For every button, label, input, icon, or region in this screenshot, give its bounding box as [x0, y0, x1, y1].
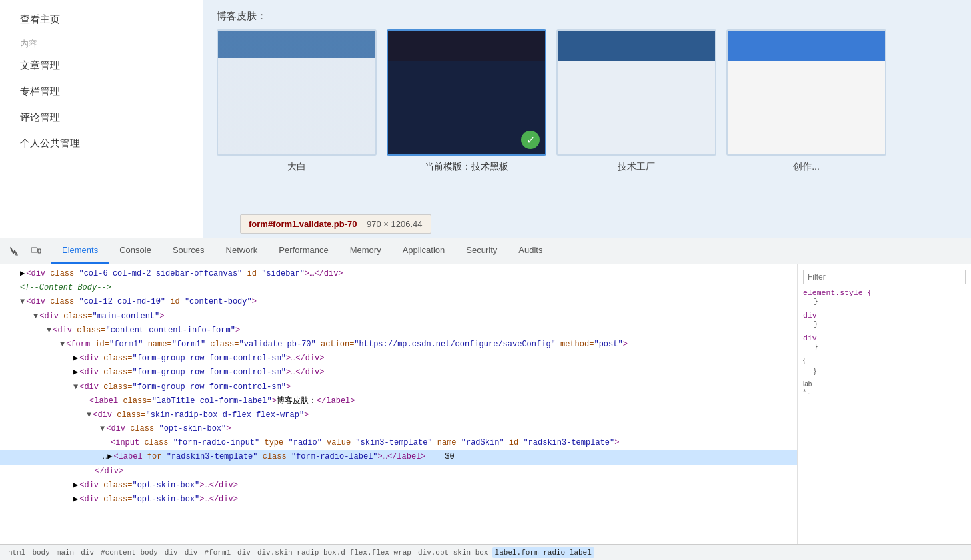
breadcrumb-main[interactable]: main	[54, 547, 77, 558]
dom-line-opt-skin-2[interactable]: ▶<div class="opt-skin-box">…</div>	[0, 479, 797, 493]
dom-line-form-group-3[interactable]: ▼<div class="form-group row form-control…	[0, 380, 797, 394]
styles-filter-input[interactable]	[803, 270, 966, 284]
dom-line-content-info[interactable]: ▼<div class="content content-info-form">	[0, 324, 797, 338]
style-block-element: element.style { }	[803, 288, 966, 306]
expand-arrow-opt-skin[interactable]: ▼	[100, 423, 105, 435]
devtools-icons-group	[0, 238, 51, 264]
skin-thumb-factory[interactable]	[556, 29, 716, 156]
devtools-panel: Elements Console Sources Network Perform…	[0, 238, 971, 560]
breadcrumb-div4[interactable]: div	[235, 547, 253, 558]
tab-elements[interactable]: Elements	[51, 238, 109, 264]
breadcrumb-html[interactable]: html	[5, 547, 28, 558]
tab-network[interactable]: Network	[215, 238, 269, 264]
breadcrumb-body[interactable]: body	[29, 547, 52, 558]
skin-thumb-create[interactable]	[726, 29, 886, 156]
skin-items-row: 大白 ✓ 当前模版：技术黑板 技术工厂	[217, 29, 958, 173]
sidebar-column-manage[interactable]: 专栏管理	[0, 79, 203, 105]
expand-arrow-main[interactable]: ▼	[33, 310, 38, 323]
home-link[interactable]: 查看主页	[0, 7, 203, 33]
breadcrumb-label-radio[interactable]: label.form-radio-label	[492, 547, 594, 558]
skin-name-white: 大白	[287, 161, 306, 173]
expand-arrow-content-body[interactable]: ▼	[20, 296, 25, 308]
expand-arrow-skin-box[interactable]: ▼	[87, 409, 91, 421]
breadcrumb-form1[interactable]: #form1	[201, 547, 233, 558]
dom-line-close-div-opt: </div>	[0, 465, 797, 479]
dom-panel[interactable]: ▶<div class="col-6 col-md-2 sidebar-offc…	[0, 264, 798, 544]
tooltip-element-size: 970 × 1206.44	[367, 219, 423, 229]
dom-line-radio-label[interactable]: …▶<label for="radskin3-template" class="…	[0, 450, 797, 464]
tab-memory[interactable]: Memory	[339, 238, 392, 264]
dom-line-opt-skin-3[interactable]: ▶<div class="opt-skin-box">…</div>	[0, 493, 797, 507]
skin-item-white[interactable]: 大白	[217, 29, 377, 173]
skin-gallery: 博客皮肤： 大白 ✓ 当前模版：技术黑板	[203, 0, 971, 238]
dom-line-main-content[interactable]: ▼<div class="main-content">	[0, 310, 797, 324]
dom-line-1[interactable]: ▶<div class="col-6 col-md-2 sidebar-offc…	[0, 267, 797, 281]
expand-arrow-content-info[interactable]: ▼	[47, 324, 51, 337]
style-extra-block: { } lab * .	[803, 356, 966, 396]
dom-line-opt-skin-box[interactable]: ▼<div class="opt-skin-box">	[0, 422, 797, 436]
expand-arrow-form[interactable]: ▼	[60, 338, 65, 351]
tab-console[interactable]: Console	[109, 238, 162, 264]
breadcrumb-content-body[interactable]: #content-body	[98, 547, 161, 558]
tab-security[interactable]: Security	[455, 238, 508, 264]
dom-line-skin-radip[interactable]: ▼<div class="skin-radip-box d-flex flex-…	[0, 408, 797, 422]
style-block-div2: div }	[803, 334, 966, 351]
skin-name-dark: 当前模版：技术黑板	[425, 161, 508, 173]
device-toolbar-icon[interactable]	[27, 242, 45, 260]
dom-line-form-group-2[interactable]: ▶<div class="form-group row form-control…	[0, 366, 797, 380]
sidebar-comment-manage[interactable]: 评论管理	[0, 105, 203, 131]
dom-line-content-body[interactable]: ▼<div class="col-12 col-md-10" id="conte…	[0, 295, 797, 309]
breadcrumb-opt-skin[interactable]: div.opt-skin-box	[415, 547, 491, 558]
skin-thumb-dark[interactable]: ✓	[387, 29, 546, 156]
breadcrumb-bar: html body main div #content-body div div…	[0, 544, 971, 560]
tab-sources[interactable]: Sources	[162, 238, 215, 264]
tab-performance[interactable]: Performance	[268, 238, 339, 264]
dom-line-form-group-1[interactable]: ▶<div class="form-group row form-control…	[0, 352, 797, 366]
tab-audits[interactable]: Audits	[508, 238, 553, 264]
div-selector-1: div	[803, 311, 966, 320]
breadcrumb-div3[interactable]: div	[182, 547, 201, 558]
selected-check-icon: ✓	[521, 131, 540, 149]
dom-line-label-skin[interactable]: <label class="labTitle col-form-label">博…	[0, 394, 797, 408]
collapse-arrow-fg2[interactable]: ▶	[73, 366, 78, 379]
dom-line-radio-input[interactable]: <input class="form-radio-input" type="ra…	[0, 436, 797, 450]
devtools-main-content: ▶<div class="col-6 col-md-2 sidebar-offc…	[0, 264, 971, 544]
dom-line-form[interactable]: ▼<form id="form1" name="form1" class="va…	[0, 338, 797, 352]
collapse-arrow-1[interactable]: ▶	[20, 268, 25, 280]
skin-item-factory[interactable]: 技术工厂	[556, 29, 716, 173]
devtools-tabs: Elements Console Sources Network Perform…	[51, 238, 971, 264]
tooltip-element-name: form#form1.validate.pb-70	[249, 219, 357, 229]
sidebar-article-manage[interactable]: 文章管理	[0, 53, 203, 79]
skin-name-factory: 技术工厂	[618, 161, 655, 173]
skin-label: 博客皮肤：	[217, 10, 958, 23]
collapse-arrow-opt2[interactable]: ▶	[73, 479, 78, 492]
styles-panel: element.style { } div } div } { } lab * …	[798, 264, 971, 544]
skin-item-dark[interactable]: ✓ 当前模版：技术黑板	[387, 29, 546, 173]
breadcrumb-skin-box[interactable]: div.skin-radip-box.d-flex.flex-wrap	[255, 547, 414, 558]
style-block-div1: div }	[803, 311, 966, 328]
skin-name-create: 创作...	[793, 161, 820, 173]
tab-application[interactable]: Application	[392, 238, 456, 264]
svg-rect-1	[38, 249, 41, 253]
breadcrumb-div2[interactable]: div	[162, 547, 181, 558]
dom-line-comment: <!--Content Body-->	[0, 281, 797, 295]
skin-thumb-white[interactable]	[217, 29, 377, 156]
element-style-selector: element.style {	[803, 288, 966, 297]
breadcrumb-div1[interactable]: div	[78, 547, 97, 558]
collapse-arrow-label[interactable]: ▶	[107, 451, 112, 463]
collapse-arrow-fg1[interactable]: ▶	[73, 352, 78, 365]
expand-arrow-fg3[interactable]: ▼	[73, 381, 78, 394]
inspect-element-icon[interactable]	[5, 242, 24, 260]
content-section-title: 内容	[0, 33, 203, 53]
left-sidebar: 查看主页 内容 文章管理 专栏管理 评论管理 个人公共管理	[0, 0, 203, 238]
element-tooltip: form#form1.validate.pb-70 970 × 1206.44	[240, 214, 431, 234]
sidebar-public-manage[interactable]: 个人公共管理	[0, 131, 203, 156]
preview-area: 查看主页 内容 文章管理 专栏管理 评论管理 个人公共管理 博客皮肤： 大白 ✓…	[0, 0, 971, 238]
skin-item-create[interactable]: 创作...	[726, 29, 886, 173]
collapse-arrow-opt3[interactable]: ▶	[73, 493, 78, 506]
svg-rect-0	[31, 248, 37, 252]
div-selector-2: div	[803, 334, 966, 342]
devtools-toolbar: Elements Console Sources Network Perform…	[0, 238, 971, 264]
